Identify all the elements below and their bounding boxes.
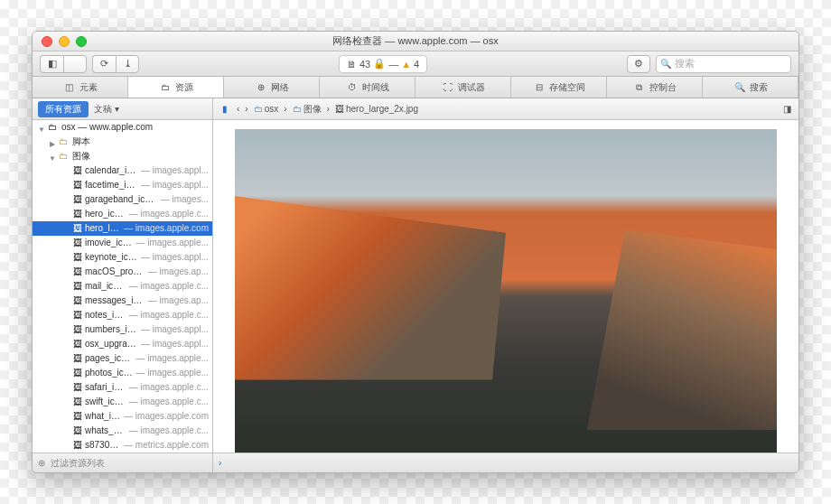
blank-button[interactable] xyxy=(63,55,87,73)
file-meta: — images.appl... xyxy=(141,338,209,350)
tree-file[interactable]: 🖼pages_icon_large_2x.png — images.apple.… xyxy=(33,351,212,366)
image-icon: 🖼 xyxy=(73,294,82,307)
file-meta: — images.ap... xyxy=(148,294,209,307)
clock-icon: ⏱ xyxy=(346,81,359,94)
zoom-icon[interactable] xyxy=(76,36,87,47)
filter-docs-button[interactable]: 文稿 ▾ xyxy=(94,103,119,116)
tree-file[interactable]: 🖼swift_icon_large_2x.png — images.apple.… xyxy=(33,395,212,409)
tree-file[interactable]: 🖼messages_icon_large_2x.png — images.ap.… xyxy=(33,294,212,308)
file-meta: — images.apple.com xyxy=(124,410,209,423)
file-meta: — images... xyxy=(161,193,209,206)
file-name: numbers_icon_large_2x.png xyxy=(85,323,139,336)
tree-root[interactable]: ▼🗀osx — www.apple.com xyxy=(33,120,212,135)
tree-file[interactable]: 🖼calendar_icon_large_2x.png — images.app… xyxy=(33,163,212,178)
folder-icon: 🗀 xyxy=(59,150,70,163)
tree-file[interactable]: 🖼macOS_promo_large_2x.jpg — images.ap... xyxy=(33,265,212,279)
back-button[interactable]: ‹ xyxy=(237,104,239,114)
tree-file[interactable]: 🖼safari_icon_large_2x.png — images.apple… xyxy=(33,380,212,395)
tab-elements[interactable]: ◫元素 xyxy=(33,77,128,98)
file-meta: — images.apple... xyxy=(135,352,209,365)
file-name: osx_upgrade_large_2x.png xyxy=(85,338,139,350)
settings-button[interactable]: ⚙ xyxy=(627,55,650,73)
tree-file[interactable]: 🖼whats_new_large_2x.jpg — images.apple.c… xyxy=(33,424,212,438)
filter-placeholder: 过滤资源列表 xyxy=(51,457,105,470)
globe-icon: ⊕ xyxy=(255,81,267,94)
filter-all-button[interactable]: 所有资源 xyxy=(38,101,89,117)
folder-icon: 🗀 xyxy=(254,104,263,114)
tree-images[interactable]: ▼🗀图像 xyxy=(33,149,212,163)
forward-button[interactable]: › xyxy=(245,104,247,114)
tab-network[interactable]: ⊕网络 xyxy=(224,77,320,98)
file-name: messages_icon_large_2x.png xyxy=(85,294,146,307)
search-icon: 🔍 xyxy=(733,81,746,94)
tab-storage[interactable]: ⊟存储空间 xyxy=(511,77,607,98)
file-name: pages_icon_large_2x.png xyxy=(85,352,134,365)
tab-debugger[interactable]: ⛶调试器 xyxy=(416,77,511,98)
tab-console[interactable]: ⧉控制台 xyxy=(607,77,703,98)
list-icon[interactable]: ▮ xyxy=(219,103,231,116)
minimize-icon[interactable] xyxy=(59,36,70,47)
image-preview xyxy=(235,129,777,453)
file-meta: — images.apple.c... xyxy=(129,208,209,220)
download-button[interactable]: ⤓ xyxy=(116,55,139,73)
image-icon: 🖼 xyxy=(73,309,82,322)
doc-count: 43 xyxy=(359,59,370,70)
file-name: s8730616181623231 xyxy=(85,439,122,452)
image-icon: 🖼 xyxy=(73,179,82,191)
file-name: swift_icon_large_2x.png xyxy=(85,396,127,408)
tree-file[interactable]: 🖼keynote_icon_large_2x.png — images.appl… xyxy=(33,250,212,265)
file-name: calendar_icon_large_2x.png xyxy=(85,164,139,177)
image-icon: 🖼 xyxy=(73,280,82,293)
image-icon: 🖼 xyxy=(73,323,82,336)
tree-file[interactable]: 🖼notes_icon_large_2x.png — images.apple.… xyxy=(33,308,212,322)
bug-icon: ⛶ xyxy=(442,81,454,94)
search-input[interactable]: 搜索 xyxy=(656,55,791,73)
file-meta: — images.ap... xyxy=(148,266,209,278)
crumb-root[interactable]: 🗀osx xyxy=(254,104,279,114)
file-meta: — images.appl... xyxy=(141,323,209,336)
reload-button[interactable]: ⟳ xyxy=(92,55,116,73)
main-area: ▼🗀osx — www.apple.com ▶🗀脚本 ▼🗀图像 🖼calenda… xyxy=(33,120,798,453)
tab-search[interactable]: 🔍搜索 xyxy=(703,77,798,98)
file-name: facetime_icon_large_2x.png xyxy=(85,179,139,191)
file-name: keynote_icon_large_2x.png xyxy=(85,251,139,264)
tree-scripts[interactable]: ▶🗀脚本 xyxy=(33,135,212,149)
tree-file[interactable]: 🖼photos_icon_large_2x.png — images.apple… xyxy=(33,366,212,380)
details-toggle-button[interactable]: ◨ xyxy=(780,103,793,116)
tree-file[interactable]: 🖼s8730616181623231 — metrics.apple.com xyxy=(33,438,212,453)
image-icon: 🖼 xyxy=(73,352,82,365)
image-icon: 🖼 xyxy=(73,164,82,177)
chevron-right-icon[interactable]: › xyxy=(219,458,221,468)
tree-file[interactable]: 🖼hero_icon_large_2x.png — images.apple.c… xyxy=(33,207,212,221)
file-name: safari_icon_large_2x.png xyxy=(85,381,127,394)
tree-file[interactable]: 🖼facetime_icon_large_2x.png — images.app… xyxy=(33,178,212,192)
main-tabs: ◫元素 🗀资源 ⊕网络 ⏱时间线 ⛶调试器 ⊟存储空间 ⧉控制台 🔍搜索 xyxy=(33,77,798,98)
status-docs[interactable]: 🗎 43 🔒 — ▲ 4 xyxy=(339,55,427,73)
tab-timeline[interactable]: ⏱时间线 xyxy=(320,77,416,98)
file-name: garageband_icon_large_2x.png xyxy=(85,193,159,206)
tree-file[interactable]: 🖼osx_upgrade_large_2x.png — images.appl.… xyxy=(33,337,212,351)
file-name: what_is_large_2x.jpg xyxy=(85,410,122,423)
document-icon: 🗎 xyxy=(347,59,357,70)
resource-sidebar[interactable]: ▼🗀osx — www.apple.com ▶🗀脚本 ▼🗀图像 🖼calenda… xyxy=(33,120,213,453)
subbar-left: 所有资源 文稿 ▾ xyxy=(33,98,213,119)
tree-file[interactable]: 🖼garageband_icon_large_2x.png — images..… xyxy=(33,192,212,207)
image-icon: 🖼 xyxy=(73,338,82,350)
warning-icon: ▲ xyxy=(401,59,411,70)
tree-file[interactable]: 🖼mail_icon_large_2x.png — images.apple.c… xyxy=(33,279,212,294)
tree-file[interactable]: 🖼numbers_icon_large_2x.png — images.appl… xyxy=(33,322,212,337)
crumb-folder[interactable]: 🗀图像 xyxy=(293,103,322,116)
file-meta: — metrics.apple.com xyxy=(124,439,209,452)
file-meta: — images.appl... xyxy=(141,164,209,177)
tab-resources[interactable]: 🗀资源 xyxy=(128,77,224,98)
tree-file[interactable]: 🖼imovie_icon_large_2x.png — images.apple… xyxy=(33,236,212,250)
close-icon[interactable] xyxy=(42,36,52,47)
image-icon: 🖼 xyxy=(73,208,82,220)
tree-file[interactable]: 🖼what_is_large_2x.jpg — images.apple.com xyxy=(33,409,212,424)
crumb-file[interactable]: 🖼hero_large_2x.jpg xyxy=(335,104,418,114)
tree-file[interactable]: 🖼hero_large_2x.jpg — images.apple.com xyxy=(33,221,212,236)
footer-filter[interactable]: ⊕ 过滤资源列表 xyxy=(33,453,213,472)
image-icon: 🖼 xyxy=(73,222,82,235)
dash: — xyxy=(388,59,398,70)
sidebar-toggle-button[interactable]: ◧ xyxy=(40,55,63,73)
